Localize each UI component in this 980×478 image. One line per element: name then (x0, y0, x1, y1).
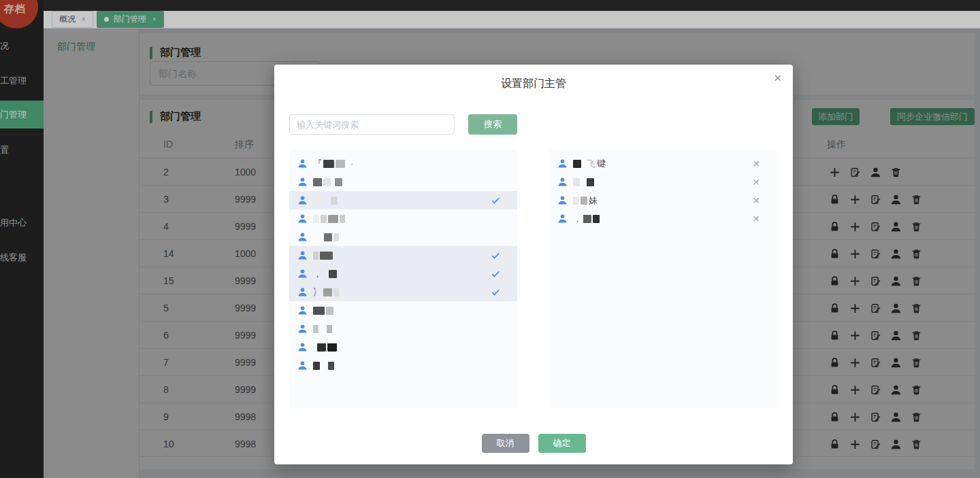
selected-manager-item: ，✕ (549, 209, 777, 228)
member-list-item[interactable] (289, 209, 517, 228)
redacted-name-block (328, 215, 338, 223)
person-icon (557, 177, 568, 187)
selected-check-icon (491, 195, 501, 205)
dialog-close-icon[interactable]: ✕ (773, 73, 782, 83)
person-icon (297, 287, 308, 297)
member-list-item[interactable]: 冫 (289, 283, 517, 301)
member-list-panel: 『·，冫 (289, 150, 517, 408)
redacted-name-block (333, 288, 339, 296)
redacted-name-block (333, 233, 339, 241)
member-list-item[interactable] (289, 301, 517, 320)
search-button[interactable]: 搜索 (468, 114, 517, 135)
person-icon (557, 158, 568, 169)
remove-manager-icon[interactable]: ✕ (752, 196, 760, 205)
manager-name (573, 178, 595, 186)
redacted-name-block (313, 197, 321, 205)
member-name (313, 343, 338, 352)
confirm-button[interactable]: 确定 (538, 434, 586, 453)
keyword-search-input[interactable] (289, 114, 455, 135)
person-icon (297, 195, 308, 205)
member-name (313, 215, 346, 223)
redacted-name-block (327, 325, 332, 333)
manager-name: 飞键 (573, 158, 607, 170)
cancel-button[interactable]: 取消 (482, 434, 529, 453)
redacted-name-block (326, 307, 333, 315)
selected-check-icon (491, 287, 501, 297)
name-fragment: ， (573, 213, 582, 225)
set-department-manager-dialog: 设置部门主管 ✕ 搜索 『·，冫 飞键✕✕妹✕，✕ 取消 确定 (274, 65, 793, 464)
person-icon (297, 250, 308, 260)
redacted-name-block (583, 215, 591, 223)
redacted-name-block (324, 233, 332, 241)
redacted-name-block (320, 252, 333, 260)
member-name (313, 197, 339, 205)
selected-manager-item: 妹✕ (549, 191, 777, 209)
redacted-name-block (331, 197, 338, 205)
name-fragment: 飞 (587, 158, 595, 170)
member-list-item[interactable]: ， (289, 264, 517, 283)
member-list-item[interactable] (289, 173, 517, 191)
redacted-name-block (573, 197, 579, 205)
redacted-name-block (313, 252, 318, 260)
selected-check-icon (491, 250, 501, 260)
person-icon (297, 269, 308, 279)
selected-manager-item: ✕ (549, 173, 777, 191)
person-icon (297, 214, 308, 224)
member-list-item[interactable] (289, 228, 517, 246)
redacted-name-block (573, 178, 580, 186)
redacted-name-block (593, 215, 600, 223)
member-name (313, 307, 335, 315)
dialog-footer: 取消 确定 (274, 434, 793, 453)
redacted-name-block (573, 160, 581, 168)
redacted-name-block (313, 215, 319, 223)
redacted-name-block (317, 343, 326, 352)
member-name (313, 252, 334, 260)
person-icon (297, 324, 308, 334)
member-name: 『· (313, 158, 355, 170)
member-list-item[interactable]: 『· (289, 154, 517, 173)
remove-manager-icon[interactable]: ✕ (752, 177, 760, 187)
member-list-item[interactable] (289, 320, 517, 338)
member-name (313, 178, 344, 186)
redacted-name-block (335, 178, 342, 186)
redacted-name-block (323, 288, 332, 296)
redacted-name-block (340, 215, 345, 223)
redacted-name-block (323, 178, 331, 186)
redacted-name-block (336, 160, 345, 168)
person-icon (297, 360, 308, 371)
person-icon (297, 177, 308, 187)
name-fragment: 妹 (589, 194, 598, 207)
member-list-item[interactable] (289, 246, 517, 264)
redacted-name-block (321, 215, 327, 223)
member-name: ， (313, 268, 338, 280)
redacted-name-block (329, 270, 337, 278)
person-icon (297, 158, 308, 169)
member-list-item[interactable] (289, 356, 517, 375)
member-name (313, 325, 333, 333)
name-fragment: · (350, 158, 353, 169)
redacted-name-block (313, 178, 322, 186)
selected-managers-panel: 飞键✕✕妹✕，✕ (549, 150, 777, 408)
redacted-name-block (323, 160, 334, 168)
member-name: 冫 (313, 286, 340, 298)
selected-manager-item: 飞键✕ (549, 154, 777, 173)
person-icon (557, 195, 568, 205)
redacted-name-block (313, 362, 320, 370)
redacted-name-block (328, 362, 334, 370)
person-icon (297, 305, 308, 315)
selected-check-icon (491, 269, 501, 279)
manager-name: ， (573, 213, 601, 225)
remove-manager-icon[interactable]: ✕ (752, 159, 760, 169)
manager-name: 妹 (573, 194, 599, 207)
name-fragment: 键 (597, 158, 606, 170)
remove-manager-icon[interactable]: ✕ (752, 214, 760, 224)
redacted-name-block (313, 325, 318, 333)
dialog-title: 设置部门主管 (274, 77, 793, 91)
name-fragment: 『 (313, 158, 322, 170)
member-list-item[interactable] (289, 338, 517, 356)
member-list-item[interactable] (289, 191, 517, 209)
redacted-name-block (313, 307, 325, 315)
name-fragment: ， (313, 268, 322, 280)
person-icon (297, 342, 308, 352)
redacted-name-block (587, 178, 594, 186)
